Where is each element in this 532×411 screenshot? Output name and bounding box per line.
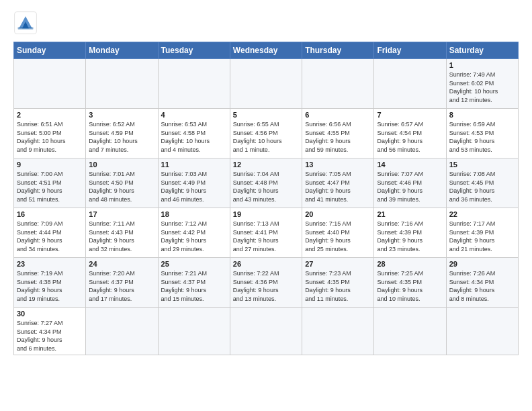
- header-day-saturday: Saturday: [446, 42, 518, 59]
- day-number: 21: [377, 210, 443, 218]
- calendar-cell: 9Sunrise: 7:00 AM Sunset: 4:51 PM Daylig…: [14, 158, 86, 208]
- calendar-cell: 18Sunrise: 7:12 AM Sunset: 4:42 PM Dayli…: [158, 208, 230, 258]
- calendar-cell: [446, 308, 518, 355]
- calendar-cell: 24Sunrise: 7:20 AM Sunset: 4:37 PM Dayli…: [86, 258, 158, 308]
- calendar-cell: [14, 59, 86, 109]
- calendar-cell: 30Sunrise: 7:27 AM Sunset: 4:34 PM Dayli…: [14, 308, 86, 355]
- calendar-week-row: 16Sunrise: 7:09 AM Sunset: 4:44 PM Dayli…: [14, 208, 519, 258]
- calendar-table: SundayMondayTuesdayWednesdayThursdayFrid…: [13, 42, 519, 355]
- calendar-page: SundayMondayTuesdayWednesdayThursdayFrid…: [0, 0, 532, 411]
- day-info: Sunrise: 7:01 AM Sunset: 4:50 PM Dayligh…: [89, 170, 154, 203]
- calendar-cell: 8Sunrise: 6:59 AM Sunset: 4:53 PM Daylig…: [446, 109, 518, 158]
- calendar-cell: 12Sunrise: 7:04 AM Sunset: 4:48 PM Dayli…: [230, 158, 302, 208]
- day-number: 7: [377, 111, 443, 119]
- calendar-cell: 25Sunrise: 7:21 AM Sunset: 4:37 PM Dayli…: [158, 258, 230, 308]
- day-info: Sunrise: 7:11 AM Sunset: 4:43 PM Dayligh…: [89, 220, 154, 253]
- day-info: Sunrise: 7:17 AM Sunset: 4:39 PM Dayligh…: [449, 220, 515, 253]
- day-number: 20: [305, 210, 371, 218]
- day-info: Sunrise: 6:59 AM Sunset: 4:53 PM Dayligh…: [449, 120, 515, 154]
- day-info: Sunrise: 7:25 AM Sunset: 4:35 PM Dayligh…: [377, 269, 443, 303]
- day-info: Sunrise: 6:51 AM Sunset: 5:00 PM Dayligh…: [17, 120, 83, 154]
- day-info: Sunrise: 7:21 AM Sunset: 4:37 PM Dayligh…: [161, 269, 227, 303]
- day-number: 22: [449, 210, 515, 218]
- day-info: Sunrise: 7:20 AM Sunset: 4:37 PM Dayligh…: [89, 269, 154, 303]
- header-day-tuesday: Tuesday: [158, 42, 230, 59]
- calendar-cell: 3Sunrise: 6:52 AM Sunset: 4:59 PM Daylig…: [86, 109, 158, 158]
- calendar-cell: [302, 308, 374, 355]
- calendar-cell: 17Sunrise: 7:11 AM Sunset: 4:43 PM Dayli…: [86, 208, 158, 258]
- calendar-cell: 16Sunrise: 7:09 AM Sunset: 4:44 PM Dayli…: [14, 208, 86, 258]
- day-info: Sunrise: 6:57 AM Sunset: 4:54 PM Dayligh…: [377, 120, 443, 154]
- calendar-cell: [374, 59, 446, 109]
- day-number: 30: [17, 310, 83, 318]
- calendar-cell: 21Sunrise: 7:16 AM Sunset: 4:39 PM Dayli…: [374, 208, 446, 258]
- calendar-cell: 5Sunrise: 6:55 AM Sunset: 4:56 PM Daylig…: [230, 109, 302, 158]
- day-info: Sunrise: 7:09 AM Sunset: 4:44 PM Dayligh…: [17, 220, 83, 253]
- header-day-sunday: Sunday: [14, 42, 86, 59]
- header-day-thursday: Thursday: [302, 42, 374, 59]
- day-number: 25: [161, 260, 227, 268]
- day-info: Sunrise: 7:04 AM Sunset: 4:48 PM Dayligh…: [233, 170, 299, 203]
- calendar-week-row: 23Sunrise: 7:19 AM Sunset: 4:38 PM Dayli…: [14, 258, 519, 308]
- day-info: Sunrise: 6:56 AM Sunset: 4:55 PM Dayligh…: [305, 120, 371, 154]
- day-number: 10: [89, 161, 154, 169]
- day-number: 29: [449, 260, 515, 268]
- calendar-cell: 28Sunrise: 7:25 AM Sunset: 4:35 PM Dayli…: [374, 258, 446, 308]
- header-day-friday: Friday: [374, 42, 446, 59]
- day-number: 9: [17, 161, 83, 169]
- day-info: Sunrise: 7:03 AM Sunset: 4:49 PM Dayligh…: [161, 170, 227, 203]
- calendar-cell: 6Sunrise: 6:56 AM Sunset: 4:55 PM Daylig…: [302, 109, 374, 158]
- calendar-cell: 10Sunrise: 7:01 AM Sunset: 4:50 PM Dayli…: [86, 158, 158, 208]
- day-info: Sunrise: 7:26 AM Sunset: 4:34 PM Dayligh…: [449, 269, 515, 303]
- day-info: Sunrise: 7:05 AM Sunset: 4:47 PM Dayligh…: [305, 170, 371, 203]
- day-number: 8: [449, 111, 515, 119]
- day-info: Sunrise: 6:55 AM Sunset: 4:56 PM Dayligh…: [233, 120, 299, 154]
- day-number: 17: [89, 210, 154, 218]
- calendar-cell: [302, 59, 374, 109]
- day-info: Sunrise: 6:53 AM Sunset: 4:58 PM Dayligh…: [161, 120, 227, 154]
- calendar-week-row: 30Sunrise: 7:27 AM Sunset: 4:34 PM Dayli…: [14, 308, 519, 355]
- calendar-cell: 23Sunrise: 7:19 AM Sunset: 4:38 PM Dayli…: [14, 258, 86, 308]
- svg-rect-3: [18, 28, 34, 30]
- header-day-wednesday: Wednesday: [230, 42, 302, 59]
- calendar-week-row: 1Sunrise: 7:49 AM Sunset: 6:02 PM Daylig…: [14, 59, 519, 109]
- day-info: Sunrise: 7:19 AM Sunset: 4:38 PM Dayligh…: [17, 269, 83, 303]
- calendar-cell: 1Sunrise: 7:49 AM Sunset: 6:02 PM Daylig…: [446, 59, 518, 109]
- day-info: Sunrise: 7:23 AM Sunset: 4:35 PM Dayligh…: [305, 269, 371, 303]
- calendar-cell: [86, 59, 158, 109]
- day-number: 15: [449, 161, 515, 169]
- header: [13, 11, 519, 35]
- calendar-cell: 20Sunrise: 7:15 AM Sunset: 4:40 PM Dayli…: [302, 208, 374, 258]
- calendar-week-row: 2Sunrise: 6:51 AM Sunset: 5:00 PM Daylig…: [14, 109, 519, 158]
- day-number: 12: [233, 161, 299, 169]
- day-info: Sunrise: 7:00 AM Sunset: 4:51 PM Dayligh…: [17, 170, 83, 203]
- calendar-cell: 11Sunrise: 7:03 AM Sunset: 4:49 PM Dayli…: [158, 158, 230, 208]
- calendar-cell: 14Sunrise: 7:07 AM Sunset: 4:46 PM Dayli…: [374, 158, 446, 208]
- day-number: 14: [377, 161, 443, 169]
- calendar-cell: [158, 59, 230, 109]
- day-number: 27: [305, 260, 371, 268]
- day-info: Sunrise: 7:07 AM Sunset: 4:46 PM Dayligh…: [377, 170, 443, 203]
- day-info: Sunrise: 7:49 AM Sunset: 6:02 PM Dayligh…: [449, 71, 515, 104]
- calendar-cell: 2Sunrise: 6:51 AM Sunset: 5:00 PM Daylig…: [14, 109, 86, 158]
- day-info: Sunrise: 7:13 AM Sunset: 4:41 PM Dayligh…: [233, 220, 299, 253]
- day-number: 19: [233, 210, 299, 218]
- day-info: Sunrise: 7:12 AM Sunset: 4:42 PM Dayligh…: [161, 220, 227, 253]
- day-number: 28: [377, 260, 443, 268]
- calendar-cell: 4Sunrise: 6:53 AM Sunset: 4:58 PM Daylig…: [158, 109, 230, 158]
- day-number: 23: [17, 260, 83, 268]
- day-number: 3: [89, 111, 154, 119]
- day-number: 11: [161, 161, 227, 169]
- day-number: 1: [449, 61, 515, 69]
- header-day-monday: Monday: [86, 42, 158, 59]
- calendar-week-row: 9Sunrise: 7:00 AM Sunset: 4:51 PM Daylig…: [14, 158, 519, 208]
- calendar-cell: 19Sunrise: 7:13 AM Sunset: 4:41 PM Dayli…: [230, 208, 302, 258]
- day-number: 16: [17, 210, 83, 218]
- day-number: 5: [233, 111, 299, 119]
- calendar-cell: [230, 308, 302, 355]
- calendar-cell: [86, 308, 158, 355]
- calendar-cell: [374, 308, 446, 355]
- day-number: 6: [305, 111, 371, 119]
- logo: [13, 11, 42, 35]
- day-number: 2: [17, 111, 83, 119]
